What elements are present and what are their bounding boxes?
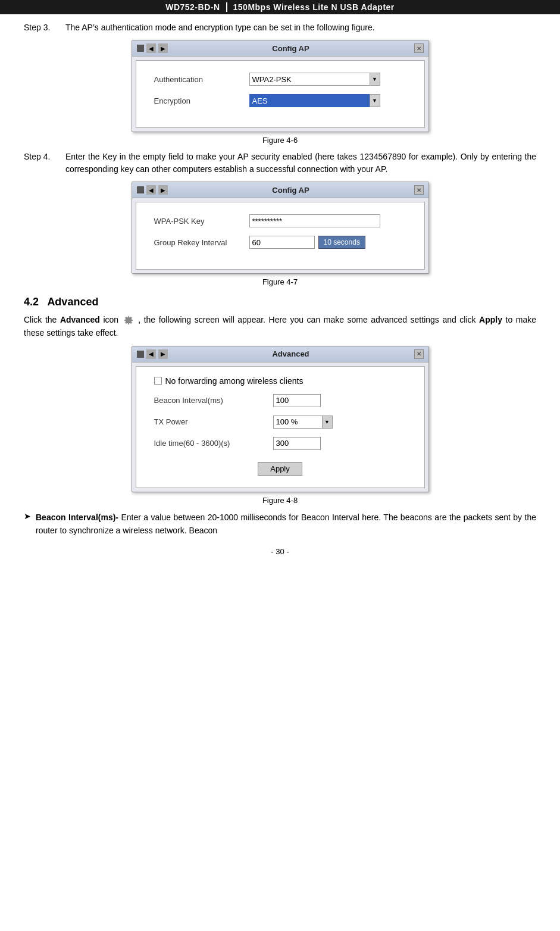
- wpa-key-input[interactable]: [249, 214, 380, 227]
- apply-button[interactable]: Apply: [258, 462, 302, 476]
- figure48-dialog: ◀ ▶ Advanced ✕ No forwarding among wirel…: [132, 346, 429, 492]
- intro-bold-apply: Apply: [479, 315, 502, 324]
- step3-label: Step 3.: [24, 21, 65, 34]
- figure48-caption: Figure 4-8: [262, 496, 298, 505]
- stop-button-47[interactable]: [137, 186, 144, 193]
- group-rekey-input[interactable]: [249, 236, 315, 249]
- bullet1-container: ➤ Beacon Interval(ms)- Enter a value bet…: [24, 511, 536, 538]
- section42-number: 4.2: [24, 296, 39, 308]
- enc-field: AES ▼: [249, 94, 406, 107]
- step4-container: Step 4. Enter the Key in the empty field…: [24, 151, 536, 176]
- figure47-dialog: ◀ ▶ Config AP ✕ WPA-PSK Key Group Rekey …: [132, 182, 429, 274]
- enc-select-wrapper[interactable]: AES ▼: [249, 94, 380, 107]
- figure48-titlebar: ◀ ▶ Advanced ✕: [132, 346, 428, 363]
- product-model: WD752-BD-N: [165, 2, 220, 12]
- group-rekey-row: Group Rekey Interval 10 seconds: [154, 236, 406, 249]
- figure47-container: ◀ ▶ Config AP ✕ WPA-PSK Key Group Rekey …: [24, 182, 536, 286]
- figure46-container: ◀ ▶ Config AP ✕ Authentication WPA2-PSK …: [24, 40, 536, 145]
- stop-button[interactable]: [137, 45, 144, 52]
- intro-text-rest: , the following screen will appear. Here…: [138, 315, 479, 324]
- header-separator: [226, 2, 227, 12]
- idle-input[interactable]: [273, 437, 321, 450]
- dialog47-nav-controls: ◀ ▶: [137, 185, 168, 195]
- enc-label: Encryption: [154, 96, 249, 105]
- forward-button-48[interactable]: ▶: [158, 349, 168, 359]
- figure47-body: WPA-PSK Key Group Rekey Interval 10 seco…: [136, 202, 425, 270]
- figure46-titlebar: ◀ ▶ Config AP ✕: [132, 40, 428, 57]
- section42-heading: 4.2 Advanced: [24, 296, 536, 308]
- close-button[interactable]: ✕: [414, 43, 424, 53]
- figure46-caption: Figure 4-6: [262, 136, 298, 145]
- bullet1-label: Beacon Interval(ms)-: [36, 513, 118, 522]
- gear-icon: [123, 315, 134, 326]
- page-number: - 30 -: [24, 547, 536, 556]
- close-button-48[interactable]: ✕: [414, 349, 424, 359]
- figure48-title: Advanced: [168, 349, 414, 358]
- back-button-48[interactable]: ◀: [146, 349, 156, 359]
- tx-select-value: 100 %: [273, 415, 322, 429]
- close-button-47[interactable]: ✕: [414, 185, 424, 195]
- section42-title: Advanced: [47, 296, 98, 308]
- intro-text-after: icon: [100, 315, 122, 324]
- tx-power-row: TX Power 100 % ▼: [154, 415, 406, 429]
- back-button-47[interactable]: ◀: [146, 185, 156, 195]
- figure46-body: Authentication WPA2-PSK ▼ Encryption AES: [136, 60, 425, 128]
- step3-container: Step 3. The AP’s authentication mode and…: [24, 21, 536, 34]
- advanced-intro-para: Click the Advanced icon , the following …: [24, 313, 536, 340]
- no-forwarding-label: No forwarding among wireless clients: [165, 376, 304, 386]
- dialog-nav-controls: ◀ ▶: [137, 43, 168, 53]
- beacon-label: Beacon Interval(ms): [154, 396, 273, 405]
- encryption-row: Encryption AES ▼: [154, 94, 406, 107]
- product-description: 150Mbps Wireless Lite N USB Adapter: [233, 2, 395, 12]
- enc-select-value: AES: [249, 94, 370, 107]
- beacon-input[interactable]: [273, 394, 321, 407]
- auth-select-arrow[interactable]: ▼: [370, 73, 380, 86]
- tx-label: TX Power: [154, 417, 273, 426]
- figure46-title: Config AP: [168, 44, 414, 53]
- tx-select-wrapper[interactable]: 100 % ▼: [273, 415, 333, 429]
- intro-text-before: Click the: [24, 315, 60, 324]
- forward-button-47[interactable]: ▶: [158, 185, 168, 195]
- dialog48-nav-controls: ◀ ▶: [137, 349, 168, 359]
- apply-row: Apply: [154, 458, 406, 476]
- figure47-title: Config AP: [168, 186, 414, 195]
- wpa-key-row: WPA-PSK Key: [154, 214, 406, 227]
- enc-select-arrow[interactable]: ▼: [370, 94, 380, 107]
- auth-label: Authentication: [154, 75, 249, 84]
- bullet1-arrow: ➤: [24, 511, 31, 521]
- idle-label: Idle time(60 - 3600)(s): [154, 439, 273, 448]
- forward-button[interactable]: ▶: [158, 43, 168, 53]
- auth-select-value: WPA2-PSK: [249, 73, 370, 86]
- no-forwarding-checkbox[interactable]: [154, 377, 162, 385]
- auth-field: WPA2-PSK ▼: [249, 73, 406, 86]
- main-content: Step 3. The AP’s authentication mode and…: [0, 14, 560, 563]
- tx-select-arrow[interactable]: ▼: [322, 415, 333, 429]
- step3-text: The AP’s authentication mode and encrypt…: [65, 21, 536, 34]
- seconds-button[interactable]: 10 seconds: [318, 236, 365, 249]
- figure48-container: ◀ ▶ Advanced ✕ No forwarding among wirel…: [24, 346, 536, 505]
- stop-button-48[interactable]: [137, 351, 144, 358]
- group-rekey-field: 10 seconds: [249, 236, 406, 249]
- authentication-row: Authentication WPA2-PSK ▼: [154, 73, 406, 86]
- figure46-dialog: ◀ ▶ Config AP ✕ Authentication WPA2-PSK …: [132, 40, 429, 132]
- figure48-body: No forwarding among wireless clients Bea…: [136, 366, 425, 488]
- no-forwarding-row: No forwarding among wireless clients: [154, 376, 406, 386]
- step4-label: Step 4.: [24, 151, 65, 176]
- group-rekey-label: Group Rekey Interval: [154, 238, 249, 247]
- auth-select-wrapper[interactable]: WPA2-PSK ▼: [249, 73, 380, 86]
- page-header: WD752-BD-N 150Mbps Wireless Lite N USB A…: [0, 0, 560, 14]
- step4-text: Enter the Key in the empty field to make…: [65, 151, 536, 176]
- beacon-row: Beacon Interval(ms): [154, 394, 406, 407]
- figure47-titlebar: ◀ ▶ Config AP ✕: [132, 182, 428, 198]
- idle-time-row: Idle time(60 - 3600)(s): [154, 437, 406, 450]
- bullet1-content: Beacon Interval(ms)- Enter a value betwe…: [36, 511, 536, 538]
- figure47-caption: Figure 4-7: [262, 277, 298, 286]
- back-button[interactable]: ◀: [146, 43, 156, 53]
- wpa-key-label: WPA-PSK Key: [154, 217, 249, 226]
- wpa-key-field: [249, 214, 406, 227]
- intro-bold-advanced: Advanced: [60, 315, 100, 324]
